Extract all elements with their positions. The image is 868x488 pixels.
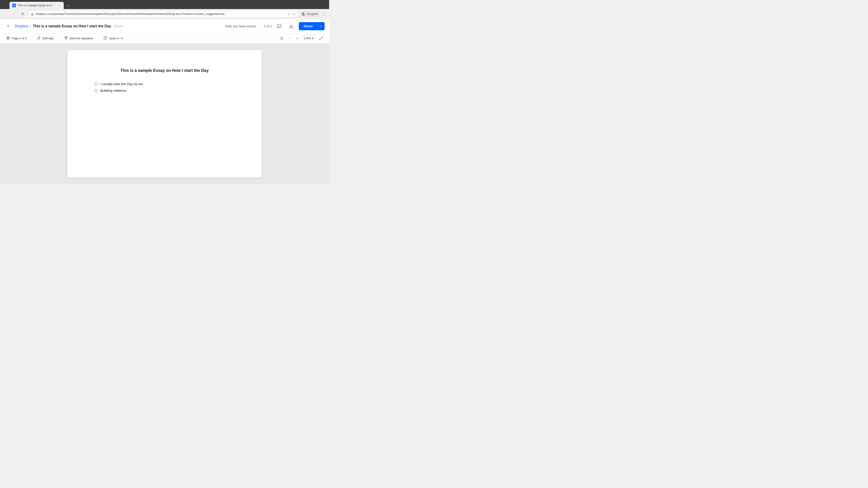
new-tab-button[interactable]: + <box>65 3 71 9</box>
send-for-signature-button[interactable]: Send for signature <box>61 35 96 42</box>
zoom-out-button[interactable]: − <box>287 35 293 41</box>
open-in-button[interactable]: Open in ▾ <box>101 35 125 42</box>
document-page: This is a sample Essay on How I start th… <box>67 50 262 177</box>
address-bar-row: ← → ↻ 🔒 dropbox.com/preview/This%20is%20… <box>0 9 329 19</box>
toolbar: Page 1 of 1 Self-sign <box>0 33 329 43</box>
svg-rect-4 <box>8 38 9 39</box>
list-item: I usually start the Day by etc. <box>94 82 235 86</box>
self-sign-label: Self-sign <box>42 37 54 40</box>
breadcrumb-dropbox-link[interactable]: Dropbox <box>14 24 28 28</box>
svg-line-9 <box>282 39 283 40</box>
browser-more-button[interactable]: ⋮ <box>321 11 327 17</box>
svg-rect-3 <box>7 38 8 39</box>
toolbar-left-section: Page 1 of 1 Self-sign <box>4 35 125 42</box>
zoom-value: 175% <box>304 37 311 40</box>
comment-button[interactable] <box>275 22 283 30</box>
zoom-display[interactable]: 175% ▾ <box>302 35 315 41</box>
reload-button[interactable]: ↻ <box>19 10 26 18</box>
browser-window: ⌄ db This is a sample Essay on How ... ×… <box>0 0 329 184</box>
header-right-section: Only you have access 1 of 1 Share ▾ <box>225 22 324 30</box>
incognito-badge: 🕵 Incognito <box>300 11 320 17</box>
tab-nav-btn[interactable]: ⌄ <box>2 3 8 9</box>
access-label: Only you have access <box>225 24 256 28</box>
forward-button[interactable]: → <box>10 10 18 18</box>
download-button[interactable] <box>287 22 295 30</box>
url-text: dropbox.com/preview/This%20is%20a%20samp… <box>36 12 286 15</box>
app-header: × Dropbox / This is a sample Essay on Ho… <box>0 19 329 33</box>
send-sig-label: Send for signature <box>69 37 93 40</box>
svg-point-8 <box>280 37 283 39</box>
bookmark-icon[interactable]: ☆ <box>288 12 291 16</box>
document-list: I usually start the Day by etc. Building… <box>94 82 235 92</box>
address-bar[interactable]: 🔒 dropbox.com/preview/This%20is%20a%20sa… <box>28 11 298 18</box>
share-button-container: Share ▾ <box>299 22 324 30</box>
zoom-in-button[interactable]: + <box>294 35 301 41</box>
list-item-text-2: Building relations <box>100 89 126 92</box>
header-close-button[interactable]: × <box>4 23 12 30</box>
document-area: This is a sample Essay on How I start th… <box>0 43 329 184</box>
toolbar-separator-2 <box>59 36 59 41</box>
self-sign-icon <box>37 36 41 40</box>
page-count: 1 of 1 <box>260 24 272 28</box>
list-item-text-1: I usually start the Day by etc. <box>100 82 144 86</box>
breadcrumb-file-title: This is a sample Essay on How I start th… <box>33 24 111 28</box>
svg-rect-1 <box>7 37 8 38</box>
svg-line-10 <box>321 37 322 38</box>
incognito-icon: 🕵 <box>302 12 305 15</box>
open-in-label: Open in <box>109 37 119 40</box>
zoom-arrow-icon: ▾ <box>312 37 313 40</box>
tab-bar: ⌄ db This is a sample Essay on How ... ×… <box>0 0 329 9</box>
share-dropdown-button[interactable]: ▾ <box>317 22 324 30</box>
page-thumbnail-button[interactable]: Page 1 of 1 <box>4 35 30 42</box>
tab-favicon: db <box>12 4 16 7</box>
back-button[interactable]: ← <box>2 10 9 18</box>
send-sig-icon <box>64 36 68 40</box>
share-button[interactable]: Share <box>299 22 317 30</box>
self-sign-button[interactable]: Self-sign <box>34 35 57 42</box>
tab-close-button[interactable]: × <box>57 4 61 7</box>
zoom-control: − + 175% ▾ <box>287 35 315 41</box>
tab-nav-left: ⌄ <box>2 3 8 9</box>
svg-line-11 <box>320 39 321 40</box>
address-right-buttons: 🕵 Incognito ⋮ <box>300 11 327 17</box>
toolbar-right-section: − + 175% ▾ <box>277 35 326 41</box>
svg-line-7 <box>105 37 107 38</box>
search-button[interactable] <box>277 35 286 41</box>
open-in-arrow-icon: ▾ <box>121 37 123 40</box>
fullscreen-button[interactable] <box>316 35 326 41</box>
open-in-icon <box>103 36 107 40</box>
lock-icon: 🔒 <box>31 12 34 15</box>
breadcrumb: Dropbox / This is a sample Essay on How … <box>14 24 123 28</box>
active-tab[interactable]: db This is a sample Essay on How ... × <box>9 2 64 9</box>
page-label: Page 1 of 1 <box>12 37 27 40</box>
tab-title: This is a sample Essay on How ... <box>18 4 56 7</box>
thumbnail-icon <box>6 36 10 40</box>
breadcrumb-filetype: DOCX <box>114 24 123 28</box>
document-title: This is a sample Essay on How I start th… <box>94 68 235 73</box>
list-bullet-icon <box>94 89 98 92</box>
incognito-label: Incognito <box>307 12 318 15</box>
list-item: Building relations <box>94 89 235 92</box>
cast-icon[interactable]: ▭ <box>292 12 296 16</box>
svg-rect-2 <box>8 37 9 38</box>
breadcrumb-separator: / <box>30 24 31 28</box>
list-bullet-icon <box>94 83 98 86</box>
